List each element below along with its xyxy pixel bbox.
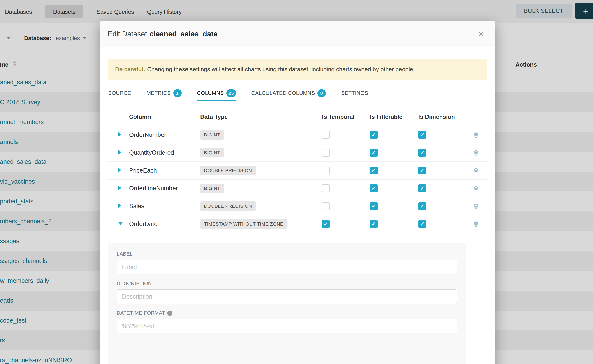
is-temporal-checkbox[interactable] (322, 149, 330, 156)
header-is-temporal: Is Temporal (322, 113, 370, 120)
info-icon[interactable]: i (167, 311, 172, 316)
tab-label: SETTINGS (341, 90, 368, 96)
column-row: OrderDate TIMESTAMP WITHOUT TIME ZONE ✓ … (108, 215, 488, 233)
column-name: QuantityOrdered (129, 149, 200, 156)
data-type-pill: DOUBLE PRECISION (200, 202, 256, 211)
expand-caret[interactable] (108, 132, 129, 137)
label-input[interactable] (117, 260, 457, 274)
tab-label: CALCULATED COLUMNS (251, 90, 315, 96)
data-type-pill: BIGINT (200, 184, 224, 193)
trash-icon (473, 185, 479, 192)
modal-body: Be careful. Changing these settings will… (100, 47, 495, 364)
is-filterable-checkbox[interactable]: ✓ (370, 167, 377, 174)
columns-table-header: Column Data Type Is Temporal Is Filterab… (108, 108, 488, 126)
data-type-pill: BIGINT (200, 148, 224, 157)
is-filterable-checkbox[interactable]: ✓ (370, 149, 377, 156)
calculated-columns-count-badge: 0 (317, 89, 326, 98)
expand-caret[interactable] (108, 186, 129, 191)
is-filterable-checkbox[interactable]: ✓ (370, 220, 377, 228)
column-name: OrderNumber (129, 131, 200, 138)
warning-banner: Be careful. Changing these settings will… (108, 59, 488, 80)
header-is-filterable: Is Filterable (370, 113, 418, 120)
is-dimension-checkbox[interactable]: ✓ (418, 131, 426, 139)
column-row: PriceEach DOUBLE PRECISION ✓ ✓ (108, 162, 488, 180)
header-column: Column (129, 113, 200, 120)
modal-title: Edit Datasetcleaned_sales_data (108, 30, 217, 38)
trash-icon (473, 167, 479, 174)
is-filterable-checkbox[interactable]: ✓ (370, 202, 377, 210)
columns-rows: OrderNumber BIGINT ✓ ✓ QuantityOrdered B… (108, 126, 488, 233)
expand-caret[interactable] (108, 168, 129, 173)
description-field-group: DESCRIPTION (117, 280, 457, 304)
warning-bold-text: Be careful. (115, 66, 145, 73)
modal-tabs: SOURCE METRICS 1 COLUMNS 25 CALCULATED C… (108, 86, 488, 101)
description-field-label: DESCRIPTION (117, 280, 457, 286)
label-field-group: LABEL (117, 251, 457, 274)
column-row: OrderNumber BIGINT ✓ ✓ (108, 126, 488, 144)
datetime-format-field-group: DATETIME FORMAT i (117, 310, 457, 333)
datetime-format-field-label: DATETIME FORMAT i (117, 310, 457, 316)
is-temporal-checkbox[interactable] (322, 131, 330, 139)
trash-icon (473, 132, 479, 138)
is-filterable-checkbox[interactable]: ✓ (370, 184, 377, 192)
expand-caret[interactable] (108, 222, 129, 226)
warning-text: Changing these settings will affect all … (147, 66, 415, 73)
expand-caret[interactable] (108, 203, 129, 209)
tab-calculated-columns[interactable]: CALCULATED COLUMNS 0 (251, 86, 327, 101)
is-dimension-checkbox[interactable]: ✓ (418, 220, 426, 228)
header-data-type: Data Type (200, 113, 322, 120)
column-name: OrderDate (129, 221, 200, 228)
tab-columns[interactable]: COLUMNS 25 (197, 86, 237, 101)
is-temporal-checkbox[interactable] (322, 202, 330, 210)
metrics-count-badge: 1 (173, 89, 182, 98)
delete-column-button[interactable] (473, 132, 488, 138)
trash-icon (473, 221, 479, 227)
is-dimension-checkbox[interactable]: ✓ (418, 202, 426, 210)
column-name: PriceEach (129, 167, 200, 174)
is-dimension-checkbox[interactable]: ✓ (418, 149, 426, 156)
description-input[interactable] (117, 289, 457, 304)
column-name: Sales (129, 203, 200, 210)
data-type-pill: BIGINT (200, 130, 224, 140)
is-temporal-checkbox[interactable] (322, 184, 330, 192)
header-is-dimension: Is Dimension (418, 113, 473, 120)
column-row: QuantityOrdered BIGINT ✓ ✓ (108, 144, 488, 162)
is-temporal-checkbox[interactable] (322, 167, 330, 174)
delete-column-button[interactable] (473, 221, 488, 227)
is-dimension-checkbox[interactable]: ✓ (418, 167, 426, 174)
tab-source[interactable]: SOURCE (108, 86, 132, 101)
modal-header: Edit Datasetcleaned_sales_data ✕ (100, 21, 495, 47)
column-row: Sales DOUBLE PRECISION ✓ ✓ (108, 197, 488, 215)
trash-icon (473, 150, 479, 156)
tab-label: COLUMNS (197, 90, 224, 96)
modal-title-prefix: Edit Dataset (108, 30, 147, 38)
tab-label: METRICS (146, 90, 171, 96)
columns-count-badge: 25 (226, 89, 236, 98)
column-row: OrderLineNumber BIGINT ✓ ✓ (108, 180, 488, 197)
delete-column-button[interactable] (473, 203, 488, 209)
is-dimension-checkbox[interactable]: ✓ (418, 184, 426, 192)
expand-caret[interactable] (108, 150, 129, 155)
delete-column-button[interactable] (473, 185, 488, 192)
trash-icon (473, 203, 479, 209)
tab-label: SOURCE (108, 90, 131, 96)
datetime-format-input[interactable] (117, 319, 457, 333)
delete-column-button[interactable] (473, 167, 488, 174)
is-temporal-checkbox[interactable]: ✓ (322, 220, 330, 228)
data-type-pill: TIMESTAMP WITHOUT TIME ZONE (200, 219, 287, 229)
modal-title-dataset-name: cleaned_sales_data (150, 30, 217, 38)
tab-settings[interactable]: SETTINGS (341, 86, 369, 101)
close-icon[interactable]: ✕ (476, 21, 485, 47)
label-field-label: LABEL (117, 251, 457, 257)
tab-metrics[interactable]: METRICS 1 (146, 86, 182, 101)
edit-dataset-modal: Edit Datasetcleaned_sales_data ✕ Be care… (100, 21, 495, 364)
column-name: OrderLineNumber (129, 185, 200, 192)
column-detail-panel: LABEL DESCRIPTION DATETIME FORMAT i (108, 243, 466, 364)
data-type-pill: DOUBLE PRECISION (200, 166, 256, 175)
delete-column-button[interactable] (473, 150, 488, 156)
is-filterable-checkbox[interactable]: ✓ (370, 131, 377, 139)
